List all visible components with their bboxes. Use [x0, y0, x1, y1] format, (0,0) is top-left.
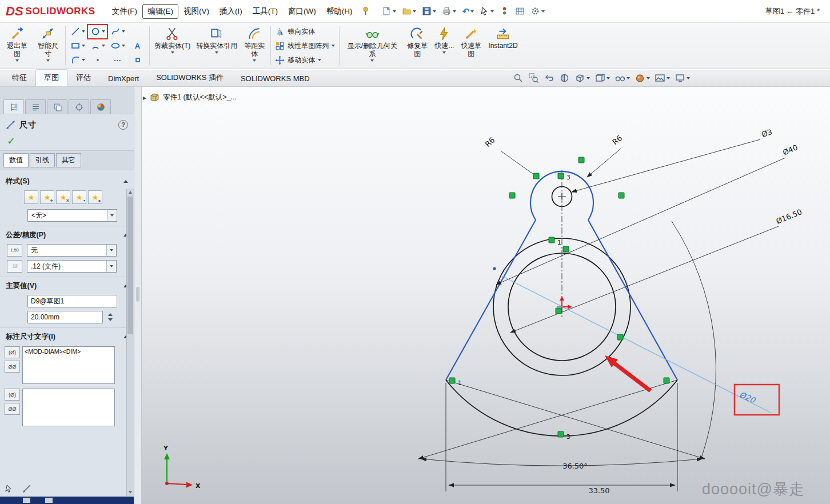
dropdown-caret-icon[interactable] [687, 77, 690, 79]
dimension-dia20-selected[interactable]: Ø20 [738, 390, 757, 405]
smart-dimension-button[interactable]: 智能尺寸 [33, 24, 63, 67]
dropdown-caret-icon[interactable] [453, 10, 456, 13]
dimension-text-section-header[interactable]: 标注尺寸文字(I) [0, 327, 134, 344]
dimension-r6-right[interactable]: R6 [610, 134, 624, 147]
dropdown-caret-icon[interactable] [627, 77, 630, 79]
right-tangent-line[interactable] [588, 220, 677, 380]
sketch-text-tool[interactable]: A [127, 39, 147, 53]
rebuild-button[interactable] [497, 5, 512, 18]
dropdown-caret-icon[interactable] [647, 77, 650, 79]
dimension-dia1650[interactable]: Ø16.50 [775, 207, 804, 226]
angle-dimension-arc[interactable] [421, 459, 702, 466]
section-view-button[interactable] [558, 72, 571, 84]
dropdown-caret-icon[interactable] [606, 77, 610, 79]
options-button[interactable] [528, 5, 547, 18]
dropdown-button[interactable] [106, 261, 116, 272]
dimension-length[interactable]: 33.50 [588, 486, 609, 495]
splitter-grip[interactable] [136, 287, 139, 302]
dropdown-caret-icon[interactable] [541, 10, 545, 13]
style-dropdown[interactable]: <无> [27, 209, 117, 222]
relation-icon[interactable] [449, 378, 455, 383]
rapid-sketch-button[interactable]: 快速草图 [457, 24, 485, 67]
dropdown-caret-icon[interactable] [82, 45, 85, 47]
selection-arrow-icon[interactable] [5, 484, 14, 494]
exit-sketch-button[interactable]: 退出草图 [2, 24, 33, 67]
load-style-button[interactable]: ★▸ [88, 190, 102, 204]
collapse-chevron-icon[interactable] [123, 180, 128, 183]
dropdown-caret-icon[interactable] [433, 10, 436, 13]
scrollbar-thumb[interactable] [127, 197, 133, 334]
dropdown-caret-icon[interactable] [15, 59, 19, 62]
dropdown-caret-icon[interactable] [215, 51, 218, 54]
dimension-text-field-secondary[interactable] [22, 389, 115, 426]
add-style-button[interactable]: ★+ [40, 190, 54, 204]
new-document-button[interactable] [380, 5, 398, 18]
save-button[interactable] [420, 5, 438, 18]
open-button[interactable] [400, 5, 418, 18]
dropdown-caret-icon[interactable] [370, 59, 374, 62]
apply-default-style-button[interactable]: ★ [24, 190, 38, 204]
dia40-leader[interactable] [496, 158, 785, 285]
display-relations-button[interactable]: 显示/删除几何关系 [341, 24, 403, 67]
dimension-text-field[interactable] [22, 346, 115, 384]
relation-icon[interactable] [558, 173, 564, 179]
dropdown-caret-icon[interactable] [102, 45, 105, 47]
dropdown-caret-icon[interactable] [46, 59, 50, 62]
tab-addins[interactable]: SOLIDWORKS 插件 [147, 69, 232, 86]
undo-button[interactable]: ↶ [460, 5, 476, 17]
repair-sketch-button[interactable]: 修复草图 [403, 24, 432, 67]
zoom-area-button[interactable] [527, 72, 540, 84]
dimension-dia40[interactable]: Ø40 [781, 143, 799, 157]
scroll-up-icon[interactable] [129, 191, 132, 194]
style-section-header[interactable]: 样式(S) [0, 173, 134, 189]
subtab-leaders[interactable]: 引线 [30, 153, 55, 167]
subtab-other[interactable]: 其它 [56, 153, 81, 167]
propertymanager-tab[interactable] [25, 99, 46, 114]
save-style-button[interactable]: ★▪ [72, 190, 86, 204]
menu-help[interactable]: 帮助(H) [321, 4, 358, 19]
mirror-entities-button[interactable]: 镜向实体 [273, 25, 337, 39]
dropdown-caret-icon[interactable] [442, 51, 446, 54]
view-orientation-button[interactable] [573, 72, 591, 84]
dimension-r6-left[interactable]: R6 [484, 135, 497, 149]
tolerance-type-dropdown[interactable]: 无 [27, 244, 117, 257]
dropdown-caret-icon[interactable] [318, 59, 321, 61]
dropdown-caret-icon[interactable] [470, 10, 474, 13]
menu-window[interactable]: 窗口(W) [283, 4, 321, 19]
relation-icon[interactable] [558, 431, 564, 437]
relation-icon[interactable] [509, 193, 515, 198]
sketch-fillet-tool[interactable] [67, 53, 87, 67]
value-spinner[interactable] [108, 313, 113, 321]
dia3-leader[interactable] [572, 139, 760, 192]
relation-icon[interactable] [617, 334, 623, 340]
dimension-value-field[interactable] [27, 311, 103, 323]
dimension-dia3[interactable]: Ø3 [760, 127, 773, 139]
tab-mbd[interactable]: SOLIDWORKS MBD [232, 71, 318, 86]
sketch-rectangle-tool[interactable] [67, 39, 87, 53]
dropdown-caret-icon[interactable] [122, 45, 125, 47]
relation-icon[interactable] [563, 246, 569, 252]
graphics-viewport[interactable]: ▸ 零件1 (默认<<默认>_... [142, 87, 830, 504]
instant2d-button[interactable]: Instant2D [485, 24, 520, 67]
menu-tools[interactable]: 工具(T) [248, 4, 283, 19]
dropdown-caret-icon[interactable] [393, 10, 396, 13]
display-style-button[interactable] [593, 72, 611, 84]
sketch-point[interactable] [493, 267, 496, 270]
sketch-small-tool[interactable] [127, 53, 147, 67]
scroll-down-icon[interactable] [129, 491, 132, 494]
dimension-pick-icon[interactable] [22, 484, 32, 494]
dimxpertmanager-tab[interactable] [69, 99, 89, 114]
move-entities-button[interactable]: 移动实体 [273, 53, 337, 67]
view-settings-button[interactable] [673, 72, 691, 84]
spinner-up-icon[interactable] [108, 313, 113, 316]
ok-check-icon[interactable]: ✓ [7, 135, 15, 147]
featuremanager-tab[interactable] [3, 99, 24, 114]
sketch-circle-tool[interactable] [87, 25, 107, 39]
hide-show-items-button[interactable] [613, 72, 631, 84]
bottom-arc[interactable] [446, 380, 677, 436]
dim-text-dual-icon[interactable]: ØØ [5, 403, 20, 415]
dim-text-dual-icon[interactable]: ØØ [5, 361, 20, 373]
dropdown-button[interactable] [106, 245, 116, 256]
dropdown-caret-icon[interactable] [171, 51, 174, 54]
dropdown-caret-icon[interactable] [253, 59, 256, 62]
